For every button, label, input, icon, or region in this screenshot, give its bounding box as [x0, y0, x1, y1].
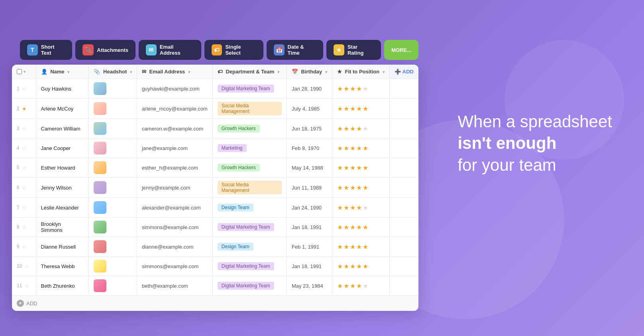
star-2-of-row-2[interactable]: ★ [344, 105, 349, 113]
star-1-of-row-9[interactable]: ★ [337, 243, 343, 251]
row-num-11: 11 ☆ [12, 276, 36, 296]
row-birthday-5: May 14, 1988 [287, 158, 332, 178]
star-5-of-row-10[interactable]: ★ [363, 263, 368, 270]
th-birthday[interactable]: 📅 Birthday ▾ [287, 65, 332, 79]
star-5-of-row-3[interactable]: ★ [363, 125, 368, 132]
star-4-of-row-3[interactable]: ★ [356, 125, 362, 132]
star-4-of-row-2[interactable]: ★ [356, 105, 362, 113]
star-2-of-row-8[interactable]: ★ [344, 223, 349, 231]
star-1-of-row-3[interactable]: ★ [337, 125, 343, 132]
star-5-of-row-9[interactable]: ★ [363, 243, 368, 251]
star-5-of-row-6[interactable]: ★ [363, 184, 368, 192]
row-rating-7[interactable]: ★★★★★ [332, 198, 389, 217]
star-2-of-row-5[interactable]: ★ [344, 164, 349, 172]
star-5-of-row-7[interactable]: ★ [363, 204, 368, 211]
add-row-cell[interactable]: + ADD [12, 296, 418, 311]
star-5-of-row-2[interactable]: ★ [363, 105, 368, 113]
th-dept[interactable]: 🏷 Department & Team ▾ [212, 65, 287, 79]
star-2-of-row-11[interactable]: ★ [344, 282, 349, 290]
star-4-of-row-6[interactable]: ★ [356, 184, 362, 192]
row-star-10[interactable]: ☆ [24, 263, 29, 269]
star-4-of-row-8[interactable]: ★ [356, 223, 362, 231]
star-3-of-row-4[interactable]: ★ [350, 144, 355, 152]
star-1-of-row-10[interactable]: ★ [337, 263, 343, 270]
th-checkbox[interactable]: ▾ [12, 65, 36, 79]
star-3-of-row-9[interactable]: ★ [350, 243, 355, 251]
row-rating-9[interactable]: ★★★★★ [332, 237, 389, 257]
row-star-7[interactable]: ☆ [22, 205, 27, 211]
row-star-9[interactable]: ☆ [22, 244, 27, 250]
star-1-of-row-8[interactable]: ★ [337, 223, 343, 231]
pill-email-address[interactable]: ✉ Email Address [139, 40, 201, 60]
star-5-of-row-4[interactable]: ★ [363, 144, 368, 152]
row-rating-3[interactable]: ★★★★★ [332, 119, 389, 138]
star-1-of-row-7[interactable]: ★ [337, 204, 343, 211]
star-2-of-row-1[interactable]: ★ [344, 85, 349, 93]
row-rating-10[interactable]: ★★★★★ [332, 257, 389, 276]
star-5-of-row-5[interactable]: ★ [363, 164, 368, 172]
star-1-of-row-2[interactable]: ★ [337, 105, 343, 113]
stars-display: ★★★★★ [337, 243, 385, 251]
star-2-of-row-7[interactable]: ★ [344, 204, 349, 211]
star-3-of-row-3[interactable]: ★ [350, 125, 355, 132]
star-3-of-row-7[interactable]: ★ [350, 204, 355, 211]
row-rating-5[interactable]: ★★★★★ [332, 158, 389, 178]
pill-short-text[interactable]: T Short Text [20, 40, 72, 60]
star-4-of-row-9[interactable]: ★ [356, 243, 362, 251]
select-all-checkbox[interactable] [17, 69, 22, 74]
star-3-of-row-6[interactable]: ★ [350, 184, 355, 192]
star-3-of-row-8[interactable]: ★ [350, 223, 355, 231]
star-2-of-row-9[interactable]: ★ [344, 243, 349, 251]
star-3-of-row-1[interactable]: ★ [350, 85, 355, 93]
star-3-of-row-2[interactable]: ★ [350, 105, 355, 113]
row-rating-2[interactable]: ★★★★★ [332, 99, 389, 119]
star-1-of-row-6[interactable]: ★ [337, 184, 343, 192]
th-add-column[interactable]: ➕ ADD [389, 65, 418, 79]
star-1-of-row-5[interactable]: ★ [337, 164, 343, 172]
row-star-1[interactable]: ☆ [22, 86, 27, 92]
star-5-of-row-11[interactable]: ★ [363, 282, 368, 290]
pill-star-rating[interactable]: ★ Star Rating [326, 40, 381, 60]
pill-single-select[interactable]: 🏷 Single Select [204, 40, 263, 60]
row-star-3[interactable]: ☆ [22, 126, 27, 132]
row-rating-4[interactable]: ★★★★★ [332, 138, 389, 158]
row-star-5[interactable]: ☆ [22, 165, 27, 171]
star-1-of-row-11[interactable]: ★ [337, 282, 343, 290]
star-2-of-row-6[interactable]: ★ [344, 184, 349, 192]
row-rating-8[interactable]: ★★★★★ [332, 217, 389, 237]
add-row-button[interactable]: + ADD [17, 300, 414, 307]
row-rating-11[interactable]: ★★★★★ [332, 276, 389, 296]
star-4-of-row-1[interactable]: ★ [356, 85, 362, 93]
star-2-of-row-10[interactable]: ★ [344, 263, 349, 270]
row-star-11[interactable]: ☆ [24, 283, 29, 289]
star-4-of-row-7[interactable]: ★ [356, 204, 362, 211]
star-4-of-row-10[interactable]: ★ [356, 263, 362, 270]
star-3-of-row-5[interactable]: ★ [350, 164, 355, 172]
row-headshot-11 [89, 276, 137, 296]
star-2-of-row-3[interactable]: ★ [344, 125, 349, 132]
row-headshot-4 [89, 138, 137, 158]
row-star-8[interactable]: ☆ [22, 224, 27, 230]
star-5-of-row-1[interactable]: ★ [363, 85, 368, 93]
star-4-of-row-4[interactable]: ★ [356, 144, 362, 152]
star-5-of-row-8[interactable]: ★ [363, 223, 368, 231]
th-headshot[interactable]: 📎 Headshot ▾ [89, 65, 137, 79]
th-fit[interactable]: ★ Fit to Position ▾ [332, 65, 389, 79]
star-4-of-row-5[interactable]: ★ [356, 164, 362, 172]
star-1-of-row-4[interactable]: ★ [337, 144, 343, 152]
star-2-of-row-4[interactable]: ★ [344, 144, 349, 152]
row-rating-6[interactable]: ★★★★★ [332, 178, 389, 198]
star-3-of-row-10[interactable]: ★ [350, 263, 355, 270]
pill-more[interactable]: MORE... [384, 40, 418, 60]
pill-date-time[interactable]: 📅 Date & Time [267, 40, 323, 60]
row-star-2[interactable]: ★ [22, 106, 27, 112]
star-3-of-row-11[interactable]: ★ [350, 282, 355, 290]
row-star-4[interactable]: ☆ [22, 145, 27, 151]
th-email[interactable]: ✉ Email Address ▾ [137, 65, 212, 79]
row-star-6[interactable]: ☆ [22, 185, 27, 191]
th-name[interactable]: 👤 Name ▾ [36, 65, 89, 79]
star-4-of-row-11[interactable]: ★ [356, 282, 362, 290]
pill-attachments[interactable]: 📎 Attachments [75, 40, 135, 60]
row-rating-1[interactable]: ★★★★★ [332, 79, 389, 99]
star-1-of-row-1[interactable]: ★ [337, 85, 343, 93]
